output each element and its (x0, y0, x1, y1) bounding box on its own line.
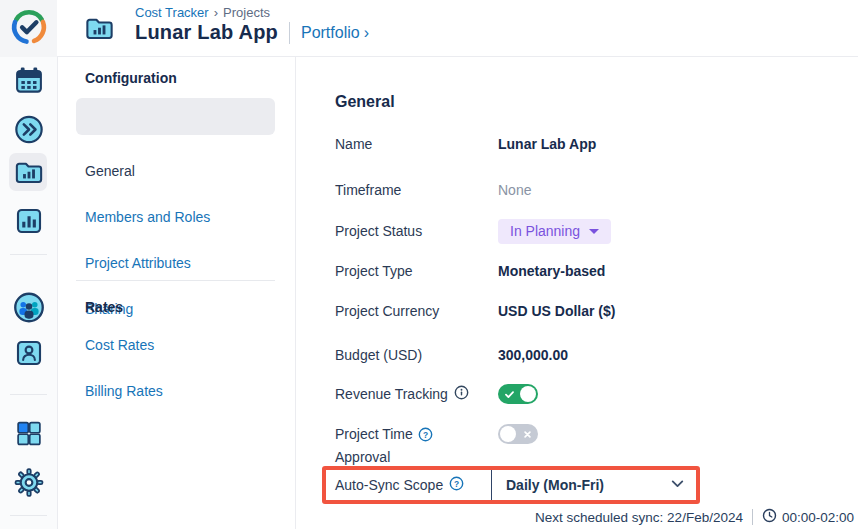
breadcrumb: Cost Tracker › Projects (135, 5, 270, 20)
field-row-project-type: Project Type Monetary-based (335, 261, 835, 281)
footer-divider (752, 509, 753, 525)
app-logo-cell[interactable] (0, 0, 57, 57)
page-title: Lunar Lab App (135, 21, 278, 44)
field-label-line2: Approval (335, 449, 390, 465)
sidebar-item-general-bg[interactable] (76, 98, 275, 135)
sidebar-heading-rates: Rates (85, 299, 123, 315)
field-value-project-currency: USD US Dollar ($) (498, 303, 615, 319)
app-window: Cost Tracker › Projects Lunar Lab App Po… (0, 0, 858, 529)
sidebar-item-general[interactable]: General (85, 163, 135, 179)
config-sidebar: Configuration General Members and Roles … (58, 57, 296, 529)
rail-divider (10, 254, 47, 255)
chevron-down-icon (669, 475, 686, 496)
svg-text:?: ? (454, 479, 459, 489)
projects-folder-icon[interactable] (13, 157, 44, 188)
main-content: General Name Lunar Lab App Timeframe Non… (296, 57, 858, 529)
svg-text:?: ? (423, 430, 428, 440)
field-row-revenue-tracking: Revenue Tracking (335, 384, 835, 404)
field-label: Project Currency (335, 303, 498, 319)
user-icon[interactable] (14, 338, 44, 368)
auto-sync-highlight-box: Auto-Sync Scope ? Daily (Mon-Fri) (322, 466, 700, 504)
breadcrumb-app-link[interactable]: Cost Tracker (135, 5, 209, 20)
field-label: Project Type (335, 263, 498, 279)
apps-grid-icon[interactable] (14, 419, 43, 448)
info-icon[interactable] (454, 385, 469, 403)
field-row-project-time-approval: Project Time ? Approval (335, 424, 835, 464)
select-value: Daily (Mon-Fri) (506, 477, 604, 493)
sync-time-range: 00:00-02:00 (782, 510, 854, 525)
field-value-budget: 300,000.00 (498, 347, 568, 363)
field-row-project-status: Project Status In Planning (335, 218, 835, 244)
sidebar-item-members-and-roles[interactable]: Members and Roles (85, 209, 210, 225)
status-badge: In Planning (510, 223, 580, 239)
rail-divider (10, 394, 47, 395)
clock-icon (762, 508, 777, 526)
section-heading-general: General (335, 93, 395, 111)
sidebar-divider (76, 280, 275, 281)
team-icon[interactable] (12, 291, 45, 324)
icon-rail (0, 57, 58, 529)
sidebar-item-cost-rates[interactable]: Cost Rates (85, 337, 154, 353)
reports-chart-icon[interactable] (14, 206, 44, 236)
field-label: Revenue Tracking (335, 386, 448, 402)
field-label: Auto-Sync Scope (335, 477, 443, 493)
portfolio-link[interactable]: Portfolio › (301, 24, 369, 42)
calendar-icon[interactable] (13, 65, 44, 96)
sidebar-heading-configuration: Configuration (85, 70, 177, 86)
title-divider (289, 22, 290, 44)
breadcrumb-separator: › (214, 5, 218, 20)
field-label: Project Status (335, 223, 498, 239)
field-value-name: Lunar Lab App (498, 136, 596, 152)
rail-divider (10, 515, 47, 516)
field-value-project-type: Monetary-based (498, 263, 605, 279)
revenue-tracking-toggle[interactable] (498, 384, 538, 404)
page-header: Cost Tracker › Projects Lunar Lab App Po… (0, 0, 858, 57)
sidebar-item-billing-rates[interactable]: Billing Rates (85, 383, 163, 399)
field-value-timeframe: None (498, 182, 531, 198)
project-time-approval-toggle[interactable] (498, 424, 538, 444)
title-row: Lunar Lab App Portfolio › (135, 21, 369, 44)
cross-icon (521, 427, 534, 445)
field-label: Name (335, 136, 498, 152)
next-sync-text: Next scheduled sync: 22/Feb/2024 (535, 510, 743, 525)
next-sync-footer: Next scheduled sync: 22/Feb/2024 00:00-0… (535, 508, 854, 526)
field-row-name: Name Lunar Lab App (335, 134, 835, 154)
cost-tracker-logo-icon (10, 8, 48, 50)
field-row-project-currency: Project Currency USD US Dollar ($) (335, 301, 835, 321)
settings-gear-icon[interactable] (13, 467, 44, 498)
project-status-dropdown[interactable]: In Planning (498, 219, 611, 244)
field-row-budget: Budget (USD) 300,000.00 (335, 345, 835, 365)
auto-sync-scope-select[interactable]: Daily (Mon-Fri) (492, 475, 696, 496)
field-label-line1: Project Time (335, 426, 413, 442)
fast-forward-icon[interactable] (13, 114, 44, 145)
check-icon (503, 387, 516, 405)
sidebar-item-project-attributes[interactable]: Project Attributes (85, 255, 191, 271)
toggle-knob (520, 386, 536, 402)
help-icon[interactable]: ? (449, 476, 464, 494)
chevron-right-icon: › (364, 24, 369, 42)
help-icon[interactable]: ? (418, 427, 433, 447)
field-row-timeframe: Timeframe None (335, 180, 835, 200)
toggle-knob (500, 426, 516, 442)
breadcrumb-section[interactable]: Projects (223, 5, 270, 20)
caret-down-icon (589, 229, 599, 234)
field-label: Timeframe (335, 182, 498, 198)
project-folder-chart-icon (84, 13, 115, 48)
field-label: Budget (USD) (335, 347, 498, 363)
